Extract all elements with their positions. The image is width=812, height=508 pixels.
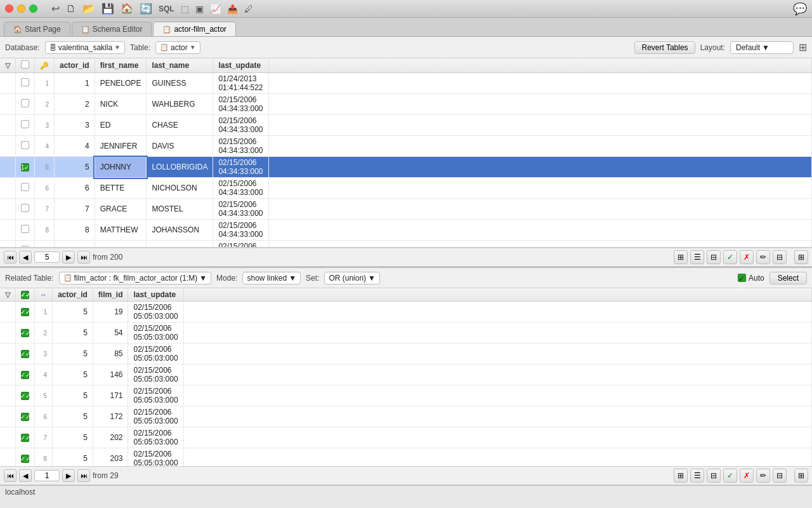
th-filter[interactable]: ▽ bbox=[0, 58, 16, 73]
bdelete-row-btn[interactable]: ⊟ bbox=[707, 469, 721, 483]
column-btn[interactable]: ⊟ bbox=[773, 250, 787, 264]
row-checkbox-cell[interactable] bbox=[16, 220, 35, 241]
home-icon[interactable]: 🏠 bbox=[121, 3, 133, 15]
new-file-icon[interactable]: 🗋 bbox=[66, 3, 76, 15]
message-icon[interactable]: 💬 bbox=[793, 2, 807, 16]
brow-checkbox[interactable]: ✓ bbox=[21, 455, 29, 463]
bottom-select-all-checkbox[interactable]: ✓ bbox=[21, 291, 29, 299]
bconfirm-btn[interactable]: ✓ bbox=[723, 469, 737, 483]
close-button[interactable] bbox=[5, 4, 13, 13]
table-row[interactable]: 66BETTENICHOLSON02/15/2006 04:34:33:000 bbox=[0, 178, 812, 199]
row-checkbox-cell[interactable] bbox=[16, 199, 35, 220]
table-row[interactable]: ✓8520302/15/2006 05:05:03:000 bbox=[0, 448, 812, 467]
table-row[interactable]: 155JOHNNYLOLLOBRIGIDA02/15/2006 04:34:33… bbox=[0, 157, 812, 178]
brow-checkbox-cell[interactable]: ✓ bbox=[16, 448, 35, 467]
bpage-first-btn[interactable]: ⏮ bbox=[4, 469, 16, 482]
row-checkbox[interactable] bbox=[21, 78, 29, 86]
sql-icon[interactable]: SQL bbox=[159, 4, 174, 13]
brow-checkbox-cell[interactable]: ✓ bbox=[16, 323, 35, 344]
select-table-icon[interactable]: ▣ bbox=[195, 4, 204, 14]
table-row[interactable]: 77GRACEMOSTEL02/15/2006 04:34:33:000 bbox=[0, 199, 812, 220]
row-checkbox-cell[interactable] bbox=[16, 73, 35, 94]
page-first-btn[interactable]: ⏮ bbox=[4, 251, 16, 264]
chart-icon[interactable]: 📈 bbox=[210, 4, 221, 14]
bth-last-update[interactable]: last_update bbox=[128, 288, 183, 302]
select-rect-icon[interactable]: ⬚ bbox=[181, 4, 189, 14]
revert-tables-button[interactable]: Revert Tables bbox=[634, 41, 695, 54]
th-select-all[interactable] bbox=[16, 58, 35, 73]
brow-checkbox[interactable]: ✓ bbox=[21, 329, 29, 337]
bcolumn-btn[interactable]: ⊟ bbox=[773, 469, 787, 483]
bexpand-btn[interactable]: ⊞ bbox=[794, 469, 808, 483]
row-checkbox[interactable] bbox=[21, 120, 29, 128]
mode-select[interactable]: show linked ▼ bbox=[242, 272, 301, 284]
th-last-update[interactable]: last_update bbox=[213, 58, 268, 73]
table-row[interactable]: ✓5517102/15/2006 05:05:03:000 bbox=[0, 385, 812, 406]
brow-checkbox-cell[interactable]: ✓ bbox=[16, 427, 35, 448]
open-folder-icon[interactable]: 📂 bbox=[82, 3, 95, 15]
table-select[interactable]: 📋 actor ▼ bbox=[155, 41, 200, 54]
delete-row-btn[interactable]: ⊟ bbox=[707, 250, 721, 264]
layout-extra-icon[interactable]: ⊞ bbox=[799, 41, 807, 53]
bth-select-all[interactable]: ✓ bbox=[16, 288, 35, 302]
eyedropper-icon[interactable]: 🖊 bbox=[244, 4, 253, 14]
cancel-btn[interactable]: ✗ bbox=[740, 250, 754, 264]
brow-checkbox-cell[interactable]: ✓ bbox=[16, 406, 35, 427]
th-last-name[interactable]: last_name bbox=[147, 58, 213, 73]
page-input[interactable] bbox=[34, 251, 60, 263]
tab-actor[interactable]: 📋 actor-film_actor bbox=[153, 22, 236, 36]
row-checkbox[interactable] bbox=[21, 99, 29, 107]
export-icon[interactable]: 📤 bbox=[227, 4, 238, 14]
table-row[interactable]: 11PENELOPEGUINESS01/24/2013 01:41:44:522 bbox=[0, 73, 812, 94]
table-row[interactable]: 88MATTHEWJOHANSSON02/15/2006 04:34:33:00… bbox=[0, 220, 812, 241]
bth-filter[interactable]: ▽ bbox=[0, 288, 16, 302]
row-checkbox-cell[interactable] bbox=[16, 136, 35, 157]
bpage-last-btn[interactable]: ⏭ bbox=[77, 469, 90, 482]
related-table-select[interactable]: 📋 film_actor : fk_film_actor_actor (1:M)… bbox=[59, 272, 212, 284]
set-select[interactable]: OR (union) ▼ bbox=[324, 272, 380, 284]
edit-btn[interactable]: ✏ bbox=[756, 250, 770, 264]
brow-checkbox[interactable]: ✓ bbox=[21, 350, 29, 358]
minimize-button[interactable] bbox=[17, 4, 25, 13]
brow-checkbox[interactable]: ✓ bbox=[21, 371, 29, 379]
brow-checkbox[interactable]: ✓ bbox=[21, 434, 29, 442]
row-checkbox-cell[interactable] bbox=[16, 94, 35, 115]
maximize-button[interactable] bbox=[29, 4, 37, 13]
tab-start-page[interactable]: 🏠 Start Page bbox=[4, 22, 70, 36]
refresh-icon[interactable]: 🔄 bbox=[140, 3, 152, 15]
table-row[interactable]: 99JOESWANK02/15/2006 04:34:33:000 bbox=[0, 241, 812, 248]
bpage-input[interactable] bbox=[34, 470, 60, 481]
expand-btn[interactable]: ⊞ bbox=[794, 250, 808, 264]
blist-view-btn[interactable]: ☰ bbox=[690, 469, 704, 483]
brow-checkbox-cell[interactable]: ✓ bbox=[16, 364, 35, 385]
table-row[interactable]: ✓151902/15/2006 05:05:03:000 bbox=[0, 302, 812, 323]
row-checkbox[interactable] bbox=[21, 204, 29, 212]
bcancel-btn[interactable]: ✗ bbox=[740, 469, 754, 483]
bth-actor-id[interactable]: actor_id bbox=[53, 288, 93, 302]
table-row[interactable]: ✓358502/15/2006 05:05:03:000 bbox=[0, 344, 812, 364]
table-row[interactable]: ✓4514602/15/2006 05:05:03:000 bbox=[0, 364, 812, 385]
row-checkbox-cell[interactable] bbox=[16, 115, 35, 136]
list-view-btn[interactable]: ☰ bbox=[690, 250, 704, 264]
database-select[interactable]: 🗄 valentina_sakila ▼ bbox=[45, 41, 125, 54]
bpage-next-btn[interactable]: ▶ bbox=[62, 469, 75, 482]
tab-schema-editor[interactable]: 📋 Schema Editor bbox=[72, 22, 152, 36]
page-prev-btn[interactable]: ◀ bbox=[19, 251, 32, 264]
th-first-name[interactable]: first_name bbox=[95, 58, 147, 73]
table-row[interactable]: 33EDCHASE02/15/2006 04:34:33:000 bbox=[0, 115, 812, 136]
brow-checkbox[interactable]: ✓ bbox=[21, 392, 29, 400]
brow-checkbox-cell[interactable]: ✓ bbox=[16, 302, 35, 323]
auto-checkbox[interactable]: ✓ bbox=[738, 274, 746, 282]
row-checkbox[interactable]: 1 bbox=[21, 163, 29, 171]
select-button[interactable]: Select bbox=[769, 272, 807, 284]
th-actor-id[interactable]: actor_id bbox=[55, 58, 95, 73]
table-row[interactable]: ✓6517202/15/2006 05:05:03:000 bbox=[0, 406, 812, 427]
bth-film-id[interactable]: film_id bbox=[93, 288, 128, 302]
grid-view-btn[interactable]: ⊞ bbox=[674, 250, 688, 264]
brow-checkbox[interactable]: ✓ bbox=[21, 413, 29, 421]
brow-checkbox[interactable]: ✓ bbox=[21, 308, 29, 316]
row-checkbox[interactable] bbox=[21, 225, 29, 233]
row-checkbox-cell[interactable]: 1 bbox=[16, 157, 35, 178]
table-row[interactable]: ✓7520202/15/2006 05:05:03:000 bbox=[0, 427, 812, 448]
row-checkbox-cell[interactable] bbox=[16, 178, 35, 199]
